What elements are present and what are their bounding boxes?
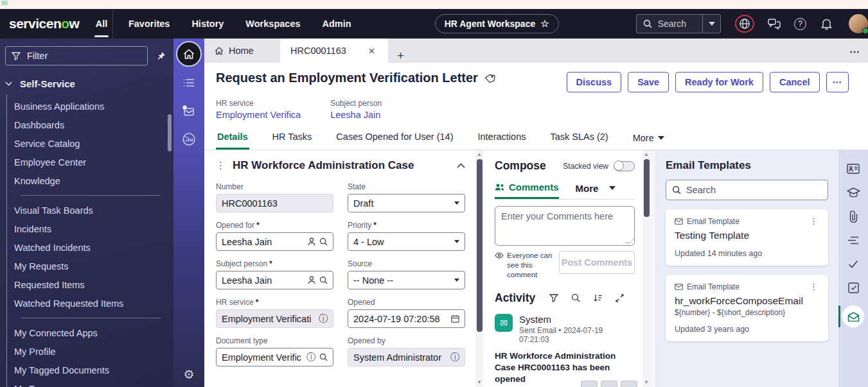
sidebar-item-visual-task-boards[interactable]: Visual Task Boards: [14, 201, 173, 219]
search-scope-dropdown[interactable]: [702, 15, 720, 33]
logo[interactable]: servicenow: [0, 16, 92, 31]
sidebar-item-watched-requested-items[interactable]: Watched Requested Items: [14, 294, 173, 313]
close-tab-icon[interactable]: ✕: [366, 45, 378, 57]
nav-workspaces[interactable]: Workspaces: [245, 19, 300, 29]
favorite-star-icon[interactable]: ☆: [540, 18, 549, 30]
indented-list-icon[interactable]: [847, 233, 859, 247]
card-menu-icon[interactable]: ⋮: [808, 216, 819, 226]
comments-textarea[interactable]: Enter your Comments here: [495, 206, 635, 246]
tab-compose-more[interactable]: More: [576, 183, 616, 198]
calendar-icon[interactable]: [451, 314, 459, 323]
sidebar-scrollbar[interactable]: [168, 114, 172, 151]
sidebar-item-my-profile[interactable]: My Profile: [14, 342, 173, 361]
rail-list-icon[interactable]: [183, 76, 195, 90]
checkbox-icon[interactable]: [848, 280, 859, 295]
scroll-down-icon[interactable]: ▼: [477, 379, 482, 386]
sidebar-item-dashboards[interactable]: Dashboards: [14, 116, 173, 134]
globe-highlight-ring[interactable]: [735, 15, 754, 33]
nav-admin[interactable]: Admin: [323, 19, 351, 29]
hr-service-link[interactable]: Employment Verifica: [216, 110, 301, 120]
sidebar-item-my-requests[interactable]: My Requests: [14, 257, 173, 275]
tab-interactions[interactable]: Interactions: [476, 128, 527, 150]
footer-mini-button[interactable]: [601, 381, 617, 387]
tabstrip-more-button[interactable]: ⋯: [849, 46, 860, 58]
help-icon[interactable]: ?: [794, 18, 806, 30]
post-comments-button[interactable]: Post Comments: [559, 251, 635, 274]
workspace-pill[interactable]: HR Agent Workspace ☆: [435, 14, 559, 33]
rail-analytics-globe-icon[interactable]: [182, 132, 196, 146]
contact-card-icon[interactable]: [847, 162, 860, 176]
sidebar-item-requested-items[interactable]: Requested Items: [14, 275, 173, 294]
tab-more[interactable]: More: [632, 128, 666, 150]
search-input[interactable]: Search: [637, 15, 702, 33]
scroll-up-icon[interactable]: ▲: [644, 151, 649, 158]
sidebar-item-my-tagged-documents[interactable]: My Tagged Documents: [14, 361, 173, 379]
user-preview-icon[interactable]: [308, 237, 315, 246]
collapse-section-icon[interactable]: [457, 163, 465, 168]
document-type-input[interactable]: Employment Verific ⓘ: [216, 348, 333, 366]
activity-sort-icon[interactable]: [593, 294, 603, 302]
scroll-down-icon[interactable]: ▼: [644, 379, 649, 386]
user-avatar[interactable]: [849, 14, 868, 33]
reference-lookup-icon[interactable]: [319, 237, 328, 246]
tab-record-active[interactable]: HRC0001163 ✕: [280, 39, 388, 63]
activity-expand-icon[interactable]: [616, 294, 624, 302]
chat-icon[interactable]: [767, 17, 781, 31]
subject-person-link[interactable]: Leesha Jain: [330, 110, 382, 120]
workspace-home-button[interactable]: [176, 41, 202, 67]
sidebar-item-my-tags[interactable]: My Tags: [14, 379, 173, 387]
resize-handle[interactable]: [624, 238, 635, 243]
drag-handle-icon[interactable]: ⋮: [216, 160, 225, 171]
email-template-card[interactable]: Email Template ⋮ Testing Template Update…: [666, 209, 828, 266]
opened-datetime-input[interactable]: 2024-07-19 07:20:58: [348, 309, 465, 328]
paperclip-icon[interactable]: [849, 209, 858, 223]
sidebar-item-employee-center[interactable]: Employee Center: [14, 153, 173, 171]
priority-select[interactable]: 4 - Low: [348, 232, 465, 251]
pin-sidebar-icon[interactable]: [154, 49, 167, 62]
footer-mini-button[interactable]: [621, 381, 637, 387]
info-icon[interactable]: ⓘ: [306, 352, 315, 363]
tab-task-slas[interactable]: Task SLAs (2): [549, 128, 609, 150]
activity-search-icon[interactable]: [571, 293, 580, 302]
graduation-cap-icon[interactable]: [847, 185, 860, 200]
card-menu-icon[interactable]: ⋮: [808, 282, 819, 291]
notifications-bell-icon[interactable]: [819, 17, 833, 31]
discuss-button[interactable]: Discuss: [567, 72, 622, 92]
ready-for-work-button[interactable]: Ready for Work: [675, 72, 763, 92]
scrollbar-thumb[interactable]: [477, 159, 483, 332]
tag-icon[interactable]: [484, 74, 495, 83]
form-scrollbar[interactable]: ▲ ▼: [475, 150, 483, 387]
subject-person-input[interactable]: Leesha Jain: [216, 271, 333, 289]
opened-for-input[interactable]: Leesha Jain: [216, 232, 333, 251]
reference-lookup-icon[interactable]: [319, 353, 328, 361]
sidebar-item-my-connected-apps[interactable]: My Connected Apps: [14, 323, 173, 342]
sidebar-item-business-applications[interactable]: Business Applications: [14, 97, 173, 116]
checkmark-icon[interactable]: [848, 257, 858, 271]
sidebar-item-service-catalog[interactable]: Service Catalog: [14, 134, 173, 153]
add-tab-button[interactable]: +: [388, 49, 413, 63]
email-templates-search-input[interactable]: Search: [666, 180, 828, 200]
sidebar-item-watched-incidents[interactable]: Watched Incidents: [14, 238, 173, 257]
source-select[interactable]: -- None --: [348, 271, 465, 289]
scroll-up-icon[interactable]: ▲: [477, 151, 482, 158]
more-actions-button[interactable]: ⋯: [826, 72, 849, 92]
user-preview-icon[interactable]: [308, 276, 315, 284]
email-templates-rail-active[interactable]: [838, 305, 868, 327]
state-select[interactable]: Draft: [348, 194, 465, 212]
tab-home[interactable]: Home: [204, 39, 276, 63]
nav-history[interactable]: History: [191, 19, 224, 29]
save-button[interactable]: Save: [628, 72, 669, 92]
nav-favorites[interactable]: Favorites: [128, 19, 170, 29]
tab-comments[interactable]: Comments: [495, 182, 559, 199]
email-template-card[interactable]: Email Template ⋮ hr_workForceComposeEmai…: [666, 275, 828, 341]
scrollbar-thumb[interactable]: [644, 159, 650, 217]
footer-mini-button[interactable]: [581, 381, 598, 387]
tab-details[interactable]: Details: [216, 128, 249, 150]
rail-inbox-icon[interactable]: [182, 104, 196, 118]
cancel-button[interactable]: Cancel: [770, 72, 820, 92]
sidebar-section-self-service[interactable]: Self-Service: [0, 72, 173, 94]
tab-cases-opened-for-user[interactable]: Cases Opened for User (14): [335, 128, 454, 150]
filter-input[interactable]: Filter: [5, 46, 148, 65]
activity-filter-icon[interactable]: [549, 294, 558, 302]
settings-gear-icon[interactable]: ⚙: [173, 367, 204, 382]
